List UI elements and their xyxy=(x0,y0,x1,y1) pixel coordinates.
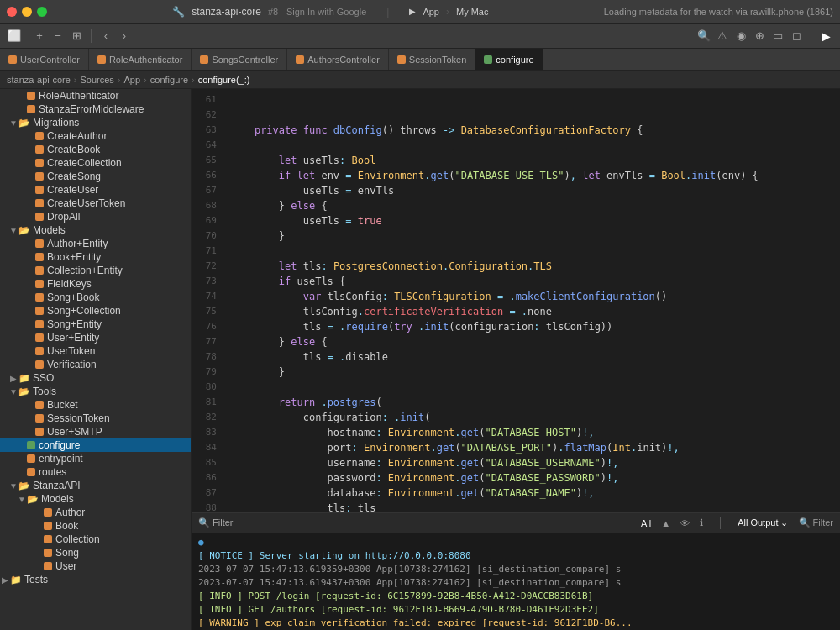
sidebar-item-models[interactable]: ▼📂Models xyxy=(0,223,191,237)
breadcrumb-sep: › xyxy=(144,75,147,85)
sidebar-label-book-entity: Book+Entity xyxy=(47,251,101,263)
sidebar-item-song-model[interactable]: Song xyxy=(0,546,191,559)
sidebar-toggle-icon[interactable]: ⬜ xyxy=(7,29,22,44)
sidebar-item-routes[interactable]: routes xyxy=(0,465,191,479)
breadcrumb-sep: › xyxy=(192,75,195,85)
sidebar-item-stanza-api-models[interactable]: ▼📂Models xyxy=(0,492,191,506)
terminal-filter-icon2[interactable]: 🔍 Filter xyxy=(799,517,834,528)
code-line-73: if useTls { xyxy=(230,274,833,289)
sidebar-label-author-model: Author xyxy=(55,507,85,518)
sidebar-item-session-token-item[interactable]: SessionToken xyxy=(0,412,191,425)
add-icon[interactable]: + xyxy=(32,29,47,44)
sidebar-label-configure-item: configure xyxy=(39,439,80,451)
bookmark-icon[interactable]: ⊕ xyxy=(752,29,767,44)
tab-user-controller[interactable]: UserController xyxy=(0,49,89,70)
sidebar-item-sso[interactable]: ▶📁SSO xyxy=(0,371,191,385)
sidebar-label-song-collection: Song+Collection xyxy=(47,305,121,317)
grid-icon[interactable]: ⊞ xyxy=(69,29,84,44)
sidebar-item-collection-model[interactable]: Collection xyxy=(0,533,191,546)
sidebar-item-song-book[interactable]: Song+Book xyxy=(0,291,191,304)
forward-icon[interactable]: › xyxy=(117,29,132,44)
breadcrumb-part-3[interactable]: configure xyxy=(150,75,188,85)
minus-icon[interactable]: − xyxy=(50,29,66,44)
window-controls[interactable] xyxy=(7,7,47,17)
line-num-72: 72 xyxy=(192,259,223,274)
sidebar-item-tests[interactable]: ▶📁Tests xyxy=(0,573,191,586)
code-line-78: tls = .disable xyxy=(230,349,833,365)
rect-icon[interactable]: ▭ xyxy=(770,29,785,44)
line-num-70: 70 xyxy=(192,228,223,244)
sidebar-item-user-smtp[interactable]: User+SMTP xyxy=(0,425,191,438)
shape-icon[interactable]: ◻ xyxy=(789,29,804,44)
sidebar-item-user-model[interactable]: User xyxy=(0,559,191,573)
terminal-all-tab[interactable]: All xyxy=(641,518,651,528)
terminal-chevron-up[interactable]: ▲ xyxy=(661,518,670,528)
sidebar-item-tools[interactable]: ▼📂Tools xyxy=(0,385,191,398)
sidebar-item-field-keys[interactable]: FieldKeys xyxy=(0,277,191,291)
warning-icon[interactable]: ⚠ xyxy=(715,29,730,44)
tabbar: UserController RoleAuthenticator SongsCo… xyxy=(0,49,840,71)
play-button[interactable]: ▶ xyxy=(818,29,833,44)
sidebar-label-create-book: CreateBook xyxy=(47,144,100,155)
sidebar-item-configure-item[interactable]: configure xyxy=(0,438,191,452)
sidebar-item-create-author[interactable]: CreateAuthor xyxy=(0,129,191,143)
code-line-87: database: Environment.get("DATABASE_NAME… xyxy=(230,486,833,501)
close-button[interactable] xyxy=(7,7,17,17)
sidebar-item-book-model[interactable]: Book xyxy=(0,519,191,533)
sidebar-item-migrations[interactable]: ▼📂Migrations xyxy=(0,116,191,129)
sidebar-item-drop-all[interactable]: DropAll xyxy=(0,210,191,223)
breadcrumb-part-1[interactable]: Sources xyxy=(81,75,114,85)
sidebar-item-role-authenticator[interactable]: RoleAuthenticator xyxy=(0,89,191,102)
sidebar-item-bucket[interactable]: Bucket xyxy=(0,398,191,412)
sidebar-label-role-authenticator: RoleAuthenticator xyxy=(39,90,118,102)
line-num-65: 65 xyxy=(192,153,223,168)
sidebar-item-collection-entity[interactable]: Collection+Entity xyxy=(0,264,191,277)
code-content[interactable]: private func dbConfig() throws -> Databa… xyxy=(223,89,840,512)
sidebar-item-author-entity[interactable]: Author+Entity xyxy=(0,237,191,250)
tab-configure[interactable]: configure xyxy=(475,49,543,70)
search-icon[interactable]: 🔍 xyxy=(696,29,711,44)
sidebar-label-song-entity: Song+Entity xyxy=(47,318,102,330)
code-line-79: } xyxy=(230,365,833,380)
code-line-81: return .postgres( xyxy=(230,395,833,410)
code-line-77: } else { xyxy=(230,334,833,349)
terminal-info-icon[interactable]: ℹ xyxy=(700,517,703,528)
sidebar-item-user-token[interactable]: UserToken xyxy=(0,344,191,358)
sidebar-item-create-book[interactable]: CreateBook xyxy=(0,143,191,156)
sidebar-item-verification[interactable]: Verification xyxy=(0,358,191,371)
sidebar-item-entrypoint[interactable]: entrypoint xyxy=(0,452,191,465)
code-line-69: useTls = true xyxy=(230,213,833,228)
tab-session-token[interactable]: SessionToken xyxy=(389,49,476,70)
line-num-69: 69 xyxy=(192,213,223,228)
breakpoint-icon[interactable]: ◉ xyxy=(733,29,748,44)
sidebar-item-stanza-error-middleware[interactable]: StanzaErrorMiddleware xyxy=(0,102,191,116)
sidebar-item-book-entity[interactable]: Book+Entity xyxy=(0,250,191,264)
sidebar-item-create-user[interactable]: CreateUser xyxy=(0,183,191,197)
sidebar-item-author-model[interactable]: Author xyxy=(0,506,191,519)
sidebar-label-migrations: Migrations xyxy=(33,117,79,129)
tab-songs-controller[interactable]: SongsController xyxy=(192,49,287,70)
sidebar-item-create-user-token[interactable]: CreateUserToken xyxy=(0,197,191,210)
line-num-67: 67 xyxy=(192,183,223,198)
breadcrumb-part-2[interactable]: App xyxy=(124,75,141,85)
sidebar-item-create-collection[interactable]: CreateCollection xyxy=(0,156,191,170)
status-text: Loading metadata for the watch via rawil… xyxy=(604,7,833,17)
breadcrumb-part-0[interactable]: stanza-api-core xyxy=(7,75,71,85)
minimize-button[interactable] xyxy=(22,7,32,17)
sidebar-item-song-collection[interactable]: Song+Collection xyxy=(0,304,191,318)
sidebar-item-stanza-api[interactable]: ▼📂StanzaAPI xyxy=(0,479,191,492)
line-num-64: 64 xyxy=(192,138,223,153)
maximize-button[interactable] xyxy=(37,7,47,17)
sidebar-label-tests: Tests xyxy=(24,574,48,585)
tab-role-authenticator[interactable]: RoleAuthenticator xyxy=(89,49,192,70)
sidebar-item-song-entity[interactable]: Song+Entity xyxy=(0,318,191,331)
back-icon[interactable]: ‹ xyxy=(98,29,113,44)
window-title: 🔧 stanza-api-core #8 - Sign In with Goog… xyxy=(57,6,604,18)
code-line-65: let useTls: Bool xyxy=(230,153,833,168)
sidebar-item-user-entity[interactable]: User+Entity xyxy=(0,331,191,344)
line-num-82: 82 xyxy=(192,410,223,425)
tab-authors-controller[interactable]: AuthorsController xyxy=(287,49,389,70)
terminal-eye-icon[interactable]: 👁 xyxy=(680,518,690,528)
sidebar-item-create-song[interactable]: CreateSong xyxy=(0,170,191,183)
breadcrumb-part-4[interactable]: configure(_:) xyxy=(198,75,250,85)
